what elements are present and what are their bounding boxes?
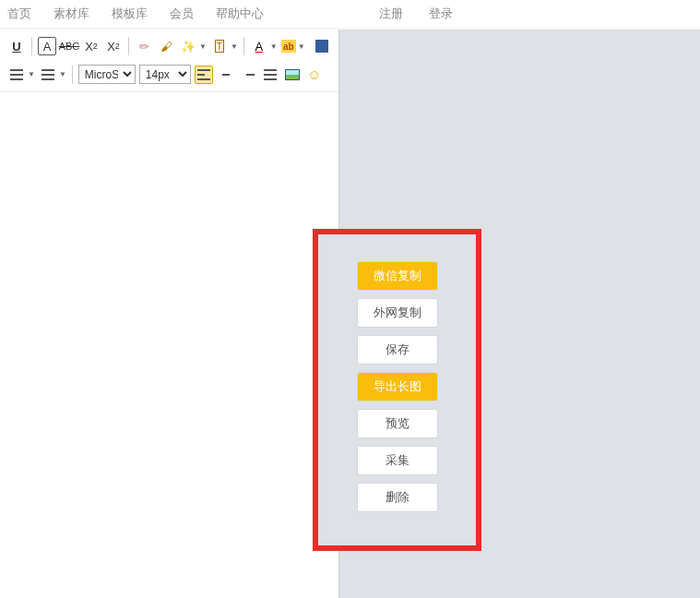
nav-assets[interactable]: 素材库 <box>53 6 89 22</box>
strikethrough-button[interactable]: ABC <box>60 37 78 55</box>
export_long-button[interactable]: 导出长图 <box>358 373 437 401</box>
align-right-icon <box>242 69 255 80</box>
format-painter-dropdown[interactable]: ✨▼ <box>179 37 207 55</box>
font-color-icon: A <box>250 37 268 55</box>
chevron-down-icon: ▼ <box>199 42 207 51</box>
toolbar: U A ABC X2 X2 ✏ 🖌 ✨▼ T▼ A▼ ab▼ ▼ ▼ Micro… <box>0 30 338 92</box>
image-icon <box>285 69 300 80</box>
date-icon: T <box>215 40 225 53</box>
align-left-button[interactable] <box>195 66 213 84</box>
highlight-icon: ab <box>281 40 296 53</box>
nav-register[interactable]: 注册 <box>379 6 403 22</box>
sub-mark: 2 <box>115 42 120 51</box>
sup-mark: 2 <box>93 42 98 51</box>
chevron-down-icon: ▼ <box>298 42 305 51</box>
brush-icon[interactable]: 🖌 <box>157 37 175 55</box>
save-button[interactable]: 保存 <box>358 336 437 364</box>
indent-icon <box>7 66 26 84</box>
chevron-down-icon: ▼ <box>270 42 278 51</box>
external_copy-button[interactable]: 外网复制 <box>358 299 437 327</box>
insert-image-button[interactable] <box>283 66 302 84</box>
font-size-select[interactable]: 14px <box>139 65 191 84</box>
editor-area: U A ABC X2 X2 ✏ 🖌 ✨▼ T▼ A▼ ab▼ ▼ ▼ Micro… <box>0 30 339 598</box>
align-center-icon <box>219 69 232 80</box>
top-nav: 首页 素材库 模板库 会员 帮助中心 注册 登录 <box>0 0 700 28</box>
eraser-icon[interactable]: ✏ <box>135 37 153 55</box>
toolbar-row-2: ▼ ▼ MicroSoft 14px ☺ <box>4 63 335 86</box>
subscript-button[interactable]: X2 <box>104 37 123 55</box>
separator <box>31 37 32 55</box>
preview-button[interactable]: 预览 <box>358 410 437 437</box>
line-height-icon <box>39 66 57 84</box>
align-center-button[interactable] <box>217 66 235 84</box>
date-dropdown[interactable]: T▼ <box>210 37 238 55</box>
wechat_copy-button[interactable]: 微信复制 <box>358 262 437 290</box>
align-justify-button[interactable] <box>261 66 279 84</box>
nav-home[interactable]: 首页 <box>7 6 31 22</box>
toolbar-row-1: U A ABC X2 X2 ✏ 🖌 ✨▼ T▼ A▼ ab▼ <box>4 35 335 57</box>
strikethrough-icon: ABC <box>59 41 80 52</box>
align-right-button[interactable] <box>239 66 257 84</box>
font-box-button[interactable]: A <box>38 37 56 55</box>
indent-dropdown[interactable]: ▼ <box>7 66 35 84</box>
square-icon <box>315 40 328 53</box>
nav-help[interactable]: 帮助中心 <box>216 6 264 22</box>
align-justify-icon <box>264 69 277 80</box>
chevron-down-icon: ▼ <box>59 70 66 78</box>
highlight-dropdown[interactable]: ab▼ <box>281 40 305 53</box>
separator <box>128 37 129 55</box>
line-height-dropdown[interactable]: ▼ <box>39 66 66 84</box>
fullscreen-button[interactable] <box>313 37 331 55</box>
nav-login[interactable]: 登录 <box>429 6 453 22</box>
font-family-select[interactable]: MicroSoft <box>78 65 136 84</box>
wand-icon: ✨ <box>179 37 197 55</box>
nav-templates[interactable]: 模板库 <box>112 6 148 22</box>
insert-emoji-button[interactable]: ☺ <box>305 66 324 84</box>
separator <box>72 66 73 84</box>
superscript-button[interactable]: X2 <box>82 37 101 55</box>
underline-button[interactable]: U <box>7 37 26 55</box>
delete-button[interactable]: 删除 <box>358 484 437 511</box>
chevron-down-icon: ▼ <box>231 42 238 51</box>
actions-panel: 微信复制外网复制保存导出长图预览采集删除 <box>313 229 481 551</box>
separator <box>243 37 244 55</box>
font-color-dropdown[interactable]: A▼ <box>250 37 278 55</box>
chevron-down-icon: ▼ <box>28 70 35 78</box>
align-left-icon <box>197 69 210 80</box>
collect-button[interactable]: 采集 <box>358 447 437 474</box>
nav-member[interactable]: 会员 <box>170 6 194 22</box>
